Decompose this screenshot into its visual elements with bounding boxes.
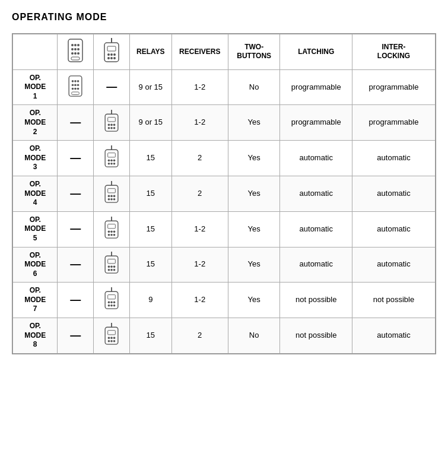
- table-row: OP.MODE8— 152Nonot possibleautomatic: [13, 318, 436, 354]
- svg-point-43: [108, 160, 110, 162]
- svg-point-64: [108, 234, 110, 236]
- svg-point-37: [108, 127, 110, 129]
- svg-point-1: [71, 44, 74, 46]
- svg-point-74: [110, 269, 113, 271]
- svg-point-92: [110, 340, 113, 342]
- cell-receivers: 1-2: [171, 247, 228, 283]
- svg-point-35: [110, 124, 113, 126]
- cell-icon1: [58, 69, 94, 105]
- cell-two-buttons: Yes: [228, 211, 280, 247]
- remote-antenna-icon: [102, 38, 121, 63]
- svg-point-52: [108, 195, 110, 197]
- cell-interlocking: automatic: [352, 318, 436, 354]
- svg-rect-33: [108, 118, 116, 122]
- cell-mode: OP.MODE2: [13, 105, 58, 141]
- svg-point-9: [77, 52, 80, 55]
- svg-point-53: [110, 195, 113, 197]
- svg-point-26: [77, 84, 80, 86]
- svg-point-72: [113, 266, 116, 268]
- svg-point-56: [110, 198, 113, 201]
- cell-interlocking: automatic: [352, 176, 436, 211]
- dash-icon: —: [106, 81, 117, 93]
- svg-point-61: [108, 230, 110, 233]
- svg-point-38: [110, 127, 113, 129]
- svg-point-57: [113, 198, 116, 201]
- header-two-buttons: TWO-BUTTONS: [228, 34, 280, 70]
- operating-mode-table: RELAYS RECEIVERS TWO-BUTTONS LATCHING IN…: [12, 34, 436, 354]
- svg-point-18: [110, 57, 113, 59]
- svg-point-6: [77, 48, 80, 50]
- cell-interlocking: automatic: [352, 247, 436, 283]
- cell-icon2: [94, 318, 130, 354]
- cell-icon1: —: [58, 105, 94, 141]
- cell-relays: 15: [130, 211, 172, 247]
- svg-point-24: [72, 84, 74, 86]
- dash-icon: —: [70, 152, 81, 164]
- svg-point-62: [110, 230, 113, 233]
- cell-latching: programmable: [280, 69, 352, 105]
- cell-interlocking: programmable: [352, 105, 436, 141]
- svg-point-73: [108, 269, 110, 271]
- cell-relays: 15: [130, 141, 172, 176]
- svg-point-8: [74, 52, 77, 55]
- cell-icon1: —: [58, 211, 94, 247]
- svg-point-48: [113, 163, 116, 165]
- table-row: OP.MODE4— 152Yesautomaticautomatic: [13, 176, 436, 211]
- cell-receivers: 2: [171, 318, 228, 354]
- svg-point-80: [110, 302, 113, 304]
- svg-point-3: [77, 44, 80, 46]
- svg-point-44: [110, 160, 113, 162]
- svg-point-17: [107, 57, 110, 59]
- cell-relays: 9 or 15: [130, 105, 172, 141]
- svg-point-25: [75, 84, 77, 86]
- svg-point-45: [113, 160, 116, 162]
- cell-two-buttons: No: [228, 69, 280, 105]
- header-latching: LATCHING: [280, 34, 352, 70]
- svg-point-89: [110, 337, 113, 339]
- cell-latching: not possible: [280, 283, 352, 318]
- svg-point-82: [108, 304, 110, 307]
- svg-point-63: [113, 230, 116, 233]
- svg-point-88: [108, 337, 110, 339]
- svg-point-5: [74, 48, 77, 50]
- cell-receivers: 1-2: [171, 69, 228, 105]
- dash-icon: —: [70, 116, 81, 128]
- cell-latching: automatic: [280, 176, 352, 211]
- cell-relays: 9 or 15: [130, 69, 172, 105]
- remote-dots-icon: [66, 38, 85, 63]
- svg-rect-87: [108, 331, 116, 335]
- cell-icon1: —: [58, 318, 94, 354]
- svg-point-83: [110, 304, 113, 307]
- svg-point-14: [107, 53, 110, 56]
- cell-latching: not possible: [280, 318, 352, 354]
- remote-dots-small-icon: [66, 75, 84, 97]
- cell-receivers: 2: [171, 176, 228, 211]
- svg-point-19: [113, 57, 116, 59]
- svg-point-7: [71, 52, 74, 55]
- table-row: OP.MODE7— 91-2Yesnot possiblenot possibl…: [13, 283, 436, 318]
- table-row: OP.MODE6— 151-2Yesautomaticautomatic: [13, 247, 436, 283]
- header-relays: RELAYS: [130, 34, 172, 70]
- dash-icon: —: [70, 294, 81, 306]
- svg-point-36: [113, 124, 116, 126]
- cell-two-buttons: Yes: [228, 105, 280, 141]
- svg-point-75: [113, 269, 116, 271]
- cell-icon1: —: [58, 247, 94, 283]
- svg-point-90: [113, 337, 116, 339]
- cell-latching: automatic: [280, 211, 352, 247]
- svg-point-66: [113, 234, 116, 236]
- cell-interlocking: automatic: [352, 141, 436, 176]
- svg-rect-42: [108, 153, 116, 157]
- svg-point-21: [72, 80, 74, 82]
- cell-relays: 15: [130, 176, 172, 211]
- cell-two-buttons: Yes: [228, 141, 280, 176]
- page-title: OPERATING MODE: [12, 12, 436, 23]
- svg-rect-78: [108, 295, 116, 299]
- cell-receivers: 2: [171, 141, 228, 176]
- cell-icon2: [94, 105, 130, 141]
- cell-icon2: [94, 141, 130, 176]
- table-row: OP.MODE1 —9 or 151-2Noprogrammableprogra…: [13, 69, 436, 105]
- remote-antenna-small-icon: [103, 252, 120, 274]
- svg-point-28: [75, 87, 77, 90]
- header-receivers: RECEIVERS: [171, 34, 228, 70]
